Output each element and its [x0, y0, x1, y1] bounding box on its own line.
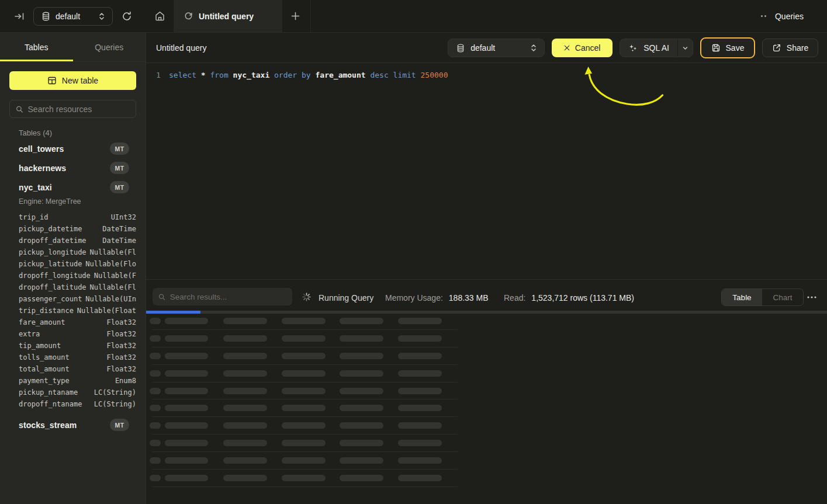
- chevron-updown-icon: [98, 12, 105, 20]
- column-name: pickup_ntaname: [19, 388, 78, 397]
- skeleton-cell: [398, 335, 442, 342]
- column-row-tip_amount: tip_amountFloat32: [0, 340, 146, 352]
- tab-strip-separator: [310, 0, 311, 32]
- column-row-pickup_longitude: pickup_longitudeNullable(Fl: [0, 246, 146, 258]
- close-icon: [564, 45, 570, 51]
- tables-section-label: Tables (4): [19, 128, 52, 137]
- collapse-sidebar-button[interactable]: [14, 11, 25, 22]
- column-name: fare_amount: [19, 318, 65, 326]
- skeleton-cell: [282, 370, 326, 377]
- results-search[interactable]: [153, 288, 292, 305]
- new-table-button[interactable]: New table: [9, 71, 136, 90]
- skeleton-cell: [398, 388, 442, 394]
- table-icon: [47, 76, 57, 85]
- skeleton-cell: [150, 353, 161, 359]
- sidebar-tab-tables[interactable]: Tables: [0, 33, 73, 61]
- queries-icon: [761, 15, 766, 17]
- skeleton-row: [146, 399, 458, 417]
- sidebar-search[interactable]: [9, 100, 136, 118]
- column-name: dropoff_ntaname: [19, 400, 82, 408]
- column-name: tip_amount: [19, 342, 61, 350]
- column-name: trip_distance: [19, 307, 74, 315]
- queries-link-label: Queries: [775, 12, 804, 21]
- sql-console-window: default Untitled query: [0, 0, 827, 504]
- table-engine-badge: MT: [110, 181, 129, 193]
- skeleton-cell: [398, 475, 442, 481]
- view-toggle-chart[interactable]: Chart: [762, 289, 803, 305]
- sql-editor[interactable]: 1 select * from nyc_taxi order by fare_a…: [146, 64, 827, 279]
- skeleton-row: [146, 435, 458, 452]
- columns-list: trip_idUInt32pickup_datetimeDateTimedrop…: [0, 206, 146, 415]
- tab-label: Untitled query: [199, 12, 254, 21]
- column-type: Float32: [106, 365, 136, 373]
- tab-home[interactable]: [146, 0, 174, 32]
- view-toggle: TableChart: [721, 289, 804, 306]
- refresh-icon: [122, 11, 132, 22]
- column-type: Float32: [106, 353, 136, 362]
- annotation-arrow: [146, 64, 827, 279]
- table-engine-label: Engine: MergeTree: [0, 197, 146, 206]
- read-label: Read:: [504, 293, 525, 303]
- more-options-button[interactable]: [805, 291, 818, 304]
- save-icon: [711, 43, 721, 53]
- refresh-database-button[interactable]: [122, 11, 132, 22]
- view-toggle-table[interactable]: Table: [722, 289, 762, 305]
- table-row-hackernews[interactable]: hackernewsMT: [0, 158, 146, 178]
- home-icon: [154, 11, 165, 22]
- memory-usage-stat: Memory Usage: 188.33 MB: [385, 282, 489, 313]
- table-name: hackernews: [19, 164, 110, 173]
- skeleton-cell: [150, 335, 161, 342]
- results-search-input[interactable]: [170, 293, 286, 301]
- share-button[interactable]: Share: [762, 39, 818, 57]
- skeleton-row: [146, 312, 458, 330]
- skeleton-cell: [165, 388, 208, 394]
- new-tab-button[interactable]: [287, 0, 304, 32]
- skeleton-row: [146, 417, 458, 435]
- tables-list: cell_towersMThackernewsMTnyc_taxiMTEngin…: [0, 139, 146, 435]
- table-row-nyc_taxi[interactable]: nyc_taxiMT: [0, 178, 146, 197]
- sidebar-tab-queries[interactable]: Queries: [73, 33, 146, 61]
- sidebar-tabs: TablesQueries: [0, 33, 146, 62]
- column-row-tolls_amount: tolls_amountFloat32: [0, 352, 146, 363]
- read-stat: Read: 1,523,712 rows (113.71 MB): [504, 282, 634, 313]
- queries-link[interactable]: Queries: [761, 0, 804, 32]
- skeleton-cell: [282, 335, 326, 342]
- table-row-cell_towers[interactable]: cell_towersMT: [0, 139, 146, 158]
- skeleton-row: [146, 347, 458, 365]
- column-type: Float32: [106, 318, 136, 326]
- skeleton-cell: [340, 318, 383, 324]
- save-button[interactable]: Save: [700, 37, 755, 58]
- share-icon: [772, 43, 781, 53]
- skeleton-cell: [340, 440, 383, 446]
- column-type: Nullable(F: [94, 272, 136, 280]
- new-table-label: New table: [62, 76, 98, 85]
- database-selector[interactable]: default: [33, 7, 113, 26]
- table-engine-badge: MT: [110, 162, 129, 174]
- skeleton-cell: [150, 422, 161, 429]
- table-name: stocks_stream: [19, 420, 110, 430]
- skeleton-cell: [223, 388, 267, 394]
- column-row-dropoff_longitude: dropoff_longitudeNullable(F: [0, 270, 146, 281]
- column-name: dropoff_latitude: [19, 283, 86, 291]
- cancel-button[interactable]: Cancel: [552, 39, 613, 57]
- sql-ai-dropdown[interactable]: [677, 39, 693, 57]
- column-type: Nullable(Fl: [90, 248, 136, 256]
- column-row-fare_amount: fare_amountFloat32: [0, 317, 146, 328]
- sidebar-search-input[interactable]: [28, 105, 130, 114]
- column-name: pickup_latitude: [19, 260, 82, 268]
- skeleton-cell: [398, 353, 442, 359]
- skeleton-cell: [223, 370, 267, 377]
- column-type: Float32: [106, 342, 136, 350]
- skeleton-cell: [165, 457, 208, 464]
- sql-ai-button[interactable]: SQL AI: [620, 39, 693, 57]
- skeleton-cell: [223, 353, 267, 359]
- skeleton-row: [146, 470, 458, 487]
- skeleton-cell: [165, 422, 208, 429]
- skeleton-cell: [150, 457, 161, 464]
- query-database-selector[interactable]: default: [448, 39, 545, 57]
- column-type: Nullable(Fl: [90, 283, 136, 291]
- table-row-stocks_stream[interactable]: stocks_streamMT: [0, 415, 146, 435]
- column-row-pickup_latitude: pickup_latitudeNullable(Flo: [0, 258, 146, 270]
- skeleton-cell: [340, 388, 383, 394]
- tab-untitled-query[interactable]: Untitled query: [174, 0, 282, 32]
